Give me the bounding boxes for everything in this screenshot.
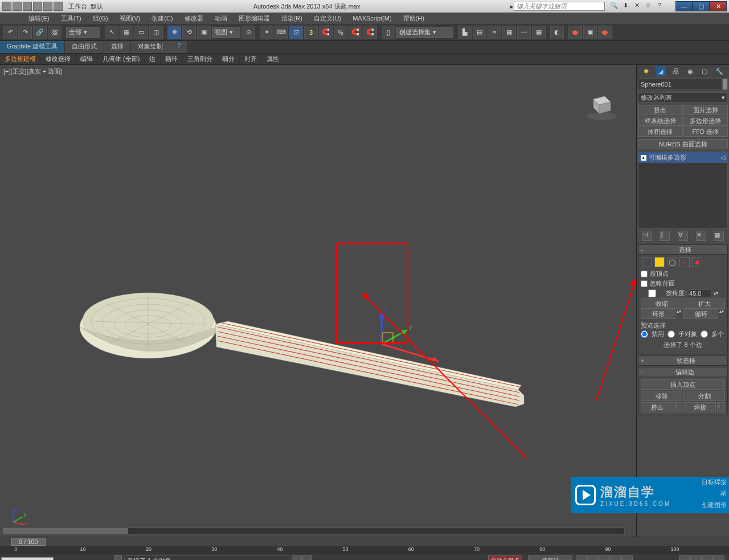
time-slider-handle[interactable]: 0 / 100: [11, 538, 46, 546]
goto-start-icon[interactable]: ⏮: [576, 555, 587, 560]
panel-mod-sel[interactable]: 修改选择: [41, 54, 76, 64]
zoom-extents-icon[interactable]: [702, 555, 713, 560]
qat-new-icon[interactable]: [2, 2, 11, 11]
edge-mode-icon[interactable]: ╱: [654, 257, 665, 267]
qat-project-icon[interactable]: [54, 2, 63, 11]
motion-tab-icon[interactable]: ◉: [685, 66, 695, 76]
btn-loop[interactable]: 循环: [683, 309, 718, 319]
rect-region-icon[interactable]: ▭: [134, 26, 148, 39]
zoom-all-icon[interactable]: [690, 555, 702, 560]
ribbon-help-icon[interactable]: ?: [170, 41, 188, 53]
qat-redo-icon[interactable]: [43, 2, 52, 11]
time-slider[interactable]: 0 / 100: [0, 537, 729, 546]
pin-stack-icon[interactable]: ⊣: [642, 231, 652, 241]
stack-item-editable-poly[interactable]: ▪ 可编辑多边形 ◁: [638, 152, 727, 163]
unlink-icon[interactable]: ⛓: [48, 26, 62, 39]
btn-extrude[interactable]: 挤出: [638, 105, 683, 115]
panel-props[interactable]: 属性: [262, 54, 284, 64]
panel-subdiv[interactable]: 细分: [218, 54, 240, 64]
menu-tools[interactable]: 工具(T): [55, 14, 87, 23]
create-tab-icon[interactable]: ✺: [641, 66, 652, 76]
radio-subobj[interactable]: [667, 330, 675, 338]
chk-by-vertex[interactable]: [641, 271, 648, 277]
panel-loop[interactable]: 循环: [161, 54, 183, 64]
rollout-selection[interactable]: -选择: [638, 244, 728, 255]
named-selection-set[interactable]: 创建选择集▾: [396, 27, 453, 38]
modifier-list-dropdown[interactable]: 修改器列表▾: [638, 92, 728, 103]
selection-filter[interactable]: 全部▾: [66, 27, 100, 38]
goto-end-icon[interactable]: ⏭: [621, 555, 633, 560]
prev-frame-icon[interactable]: ◀: [587, 555, 599, 560]
qat-open-icon[interactable]: [13, 2, 22, 11]
search-btn-icon[interactable]: 🔍: [609, 2, 619, 11]
remove-mod-icon[interactable]: ✕: [696, 231, 706, 241]
render-icon[interactable]: 🫖: [598, 26, 612, 39]
layers-icon[interactable]: ≡: [488, 26, 501, 39]
auto-key-button[interactable]: 自动关键点: [488, 555, 522, 560]
time-ruler[interactable]: 0102030405060708090100: [0, 546, 729, 554]
rotate-icon[interactable]: ⟲: [182, 26, 196, 39]
selected-set-button[interactable]: 选定对: [528, 555, 572, 560]
hierarchy-tab-icon[interactable]: 品: [670, 66, 681, 76]
menu-edit[interactable]: 编辑(E): [23, 14, 55, 23]
exchange-icon[interactable]: ✕: [632, 2, 641, 11]
btn-ring[interactable]: 环形: [641, 309, 675, 319]
menu-custom[interactable]: 自定义(U): [308, 14, 347, 23]
btn-split[interactable]: 分割: [683, 391, 725, 401]
btn-extrude-edge[interactable]: 挤出: [641, 402, 673, 412]
zoom-icon[interactable]: [679, 555, 690, 560]
search-input[interactable]: [514, 2, 605, 11]
menu-group[interactable]: 组(G): [87, 14, 114, 23]
radio-multi[interactable]: [701, 330, 708, 338]
angle-input[interactable]: [689, 289, 711, 297]
zoom-extents-all-icon[interactable]: [713, 555, 724, 560]
minimize-button[interactable]: —: [675, 1, 693, 11]
viewcube[interactable]: [585, 88, 619, 122]
mirror-icon[interactable]: ▙: [458, 26, 472, 39]
lock-icon[interactable]: 🔒: [292, 555, 302, 560]
polygon-mode-icon[interactable]: ▪: [679, 257, 690, 267]
menu-views[interactable]: 视图(V): [114, 14, 146, 23]
maximize-button[interactable]: ▢: [693, 1, 710, 11]
keyboard-shortcut-icon[interactable]: ⌨: [275, 26, 288, 39]
panel-align[interactable]: 对齐: [240, 54, 262, 64]
angle-snap-icon[interactable]: 3: [304, 26, 318, 39]
btn-remove[interactable]: 移除: [641, 391, 682, 401]
panel-poly-model[interactable]: 多边形建模: [0, 54, 41, 64]
ribbon-toggle-icon[interactable]: ▦: [502, 26, 516, 39]
material-editor-icon[interactable]: ◐: [550, 26, 564, 39]
panel-edit[interactable]: 编辑: [76, 54, 98, 64]
btn-weld[interactable]: 焊接: [683, 402, 716, 412]
border-mode-icon[interactable]: ◯: [667, 257, 677, 267]
show-result-icon[interactable]: ∥: [660, 231, 670, 241]
isolate-icon[interactable]: 💡: [302, 555, 312, 560]
vertex-mode-icon[interactable]: ∴: [642, 257, 652, 267]
chk-ignore-backface[interactable]: [641, 280, 648, 287]
qat-undo-icon[interactable]: [33, 2, 42, 11]
redo-icon[interactable]: ↷: [18, 26, 32, 39]
panel-tri[interactable]: 三角剖分: [183, 54, 218, 64]
visibility-icon[interactable]: ◁: [720, 154, 725, 161]
close-button[interactable]: ✕: [710, 1, 727, 11]
viewport-label[interactable]: [+][正交][真实 + 边面]: [3, 67, 62, 76]
menu-rendering[interactable]: 渲染(R): [276, 14, 308, 23]
ribbon-tab-selection[interactable]: 选择: [104, 41, 131, 53]
menu-graph[interactable]: 图形编辑器: [233, 14, 276, 23]
workspace-selector[interactable]: 工作台: 默认: [68, 2, 103, 11]
move-icon[interactable]: ✥: [167, 26, 181, 39]
btn-nurbs-select[interactable]: NURBS 曲面选择: [638, 139, 728, 149]
named-sets-icon[interactable]: {}: [382, 26, 395, 39]
snap-toggle-icon[interactable]: ⊡: [289, 26, 303, 39]
menu-help[interactable]: 帮助(H): [398, 14, 430, 23]
configure-icon[interactable]: ▦: [714, 231, 724, 241]
btn-vol-select[interactable]: 体积选择: [638, 126, 683, 137]
help-icon[interactable]: ?: [655, 2, 664, 11]
radio-off[interactable]: [641, 330, 648, 338]
snap-opts-icon[interactable]: 🧲: [349, 26, 362, 39]
percent-snap-icon[interactable]: 🧲: [319, 26, 333, 39]
undo-icon[interactable]: ↶: [3, 26, 17, 39]
btn-spline-select[interactable]: 样条线选择: [638, 116, 683, 126]
btn-ffd-select[interactable]: FFD 选择: [683, 126, 728, 137]
modify-tab-icon[interactable]: ◢: [656, 66, 666, 76]
sub-icon[interactable]: ⬇: [621, 2, 630, 11]
